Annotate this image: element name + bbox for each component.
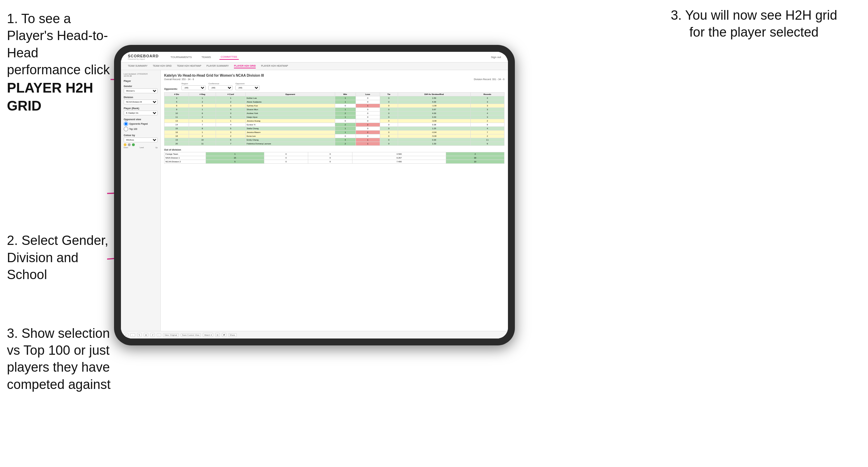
- toolbar-circle[interactable]: ○: [157, 333, 161, 337]
- table-cell-tie: 0: [380, 127, 398, 131]
- toolbar-share[interactable]: Share: [228, 333, 237, 337]
- table-cell-diff: -0.94: [398, 131, 470, 134]
- sub-nav-player-h2h-grid[interactable]: PLAYER H2H GRID: [234, 64, 256, 68]
- table-cell-reg: 10: [189, 138, 216, 142]
- table-cell-reg: 2: [189, 134, 216, 138]
- filter-opponent-select[interactable]: (All): [235, 85, 260, 90]
- toolbar-save-custom[interactable]: Save Custom View: [181, 333, 201, 337]
- toolbar-reset[interactable]: ↺: [150, 333, 155, 337]
- sub-nav-player-h2h-heatmap[interactable]: PLAYER H2H HEATMAP: [261, 64, 288, 68]
- th-diff: Diff Av Strokes/Rnd: [398, 93, 470, 96]
- table-cell-tie: 0: [380, 104, 398, 108]
- out-div-name: Foreign Team: [164, 152, 206, 156]
- toolbar-swap[interactable]: ⇄: [222, 333, 226, 337]
- sub-nav-player-summary[interactable]: PLAYER SUMMARY: [207, 64, 229, 68]
- table-cell-div: 14: [164, 123, 189, 127]
- table-cell-div: 3: [164, 96, 189, 100]
- division-label: Division: [124, 96, 158, 98]
- table-cell-reg: 1: [189, 131, 216, 134]
- table-cell-loss: 0: [356, 96, 380, 100]
- filter-region-group: Region (All): [181, 83, 206, 90]
- table-cell-conf: 3: [216, 104, 246, 108]
- gender-select[interactable]: Women's Men's: [124, 88, 158, 93]
- table-cell-diff: 4.00: [398, 100, 470, 104]
- filter-opponents-label: Opponents:: [164, 88, 178, 90]
- gender-label: Gender: [124, 85, 158, 87]
- nav-item-teams[interactable]: TEAMS: [200, 55, 213, 59]
- sub-nav-team-summary[interactable]: TEAM SUMMARY: [128, 64, 148, 68]
- table-cell-diff: 4.00: [398, 112, 470, 115]
- filter-section: Opponents: Region (All) Conference (All): [164, 83, 504, 90]
- instruction-top-right-text: 3. You will now see H2H gridfor the play…: [671, 8, 837, 39]
- filter-region-select[interactable]: (All): [181, 85, 206, 90]
- nav-item-tournaments[interactable]: TOURNAMENTS: [169, 55, 193, 59]
- table-cell-name: Andrea York: [246, 112, 335, 115]
- table-cell-reg: 7: [189, 123, 216, 127]
- instruction-3-text: 3. Show selectionvs Top 100 or justplaye…: [7, 326, 111, 392]
- out-of-division: Out of division Foreign Team 1 0 0 4.500…: [164, 149, 504, 164]
- table-cell-reg: 1: [189, 96, 216, 100]
- table-cell-div: 16: [164, 131, 189, 134]
- tablet-frame: SCOREBOARD Powered by clippd TOURNAMENTS…: [114, 45, 515, 345]
- table-cell-tie: 0: [380, 131, 398, 134]
- toolbar-grid[interactable]: ⊞: [144, 333, 148, 337]
- filter-conference-select[interactable]: (All): [208, 85, 233, 90]
- table-cell-conf: 4: [216, 123, 246, 127]
- toolbar-undo[interactable]: ↩: [124, 333, 128, 337]
- table-cell-name: Federica Domecq Lacroze: [246, 142, 335, 146]
- table-cell-rounds: 3: [470, 115, 504, 119]
- colour-by-select[interactable]: Win/loss: [124, 137, 158, 142]
- table-cell-diff: -3.00: [398, 119, 470, 123]
- nav-item-committee[interactable]: COMMITTEE: [219, 55, 239, 60]
- table-cell-win: 1: [335, 96, 356, 100]
- legend-down: Down: [124, 146, 128, 149]
- player-rank-select[interactable]: 8. Katelyn Vo: [124, 111, 158, 115]
- main-data-table: # Div # Reg # Conf Opponent Win Loss Tie…: [164, 92, 504, 146]
- logo-powered: Powered by clippd: [128, 58, 159, 60]
- table-cell-tie: 0: [380, 115, 398, 119]
- table-cell-div: 13: [164, 119, 189, 123]
- table-cell-rounds: 4: [470, 96, 504, 100]
- sub-nav-team-h2h-grid[interactable]: TEAM H2H GRID: [153, 64, 172, 68]
- toolbar-back[interactable]: ←: [130, 333, 135, 337]
- out-div-rounds: 30: [446, 156, 504, 160]
- division-select[interactable]: NCAA Division III: [124, 99, 158, 104]
- sub-nav-team-h2h-heatmap[interactable]: TEAM H2H HEATMAP: [177, 64, 201, 68]
- table-cell-win: 0: [335, 119, 356, 123]
- table-cell-name: Sharon Mun: [246, 108, 335, 112]
- last-updated: Last Updated: 27/03/2024 16:55:38: [124, 73, 158, 77]
- table-cell-loss: 1: [356, 142, 380, 146]
- table-cell-rounds: 4: [470, 127, 504, 131]
- gender-section: Gender Women's Men's: [124, 85, 158, 93]
- table-cell-diff: 0.38: [398, 123, 470, 127]
- out-div-name: NCAA Division 2: [164, 160, 206, 164]
- table-cell-loss: 0: [356, 134, 380, 138]
- nav-sign-out[interactable]: Sign out: [491, 56, 501, 59]
- table-cell-name: Jessica Huang: [246, 119, 335, 123]
- table-cell-conf: 6: [216, 138, 246, 142]
- table-cell-conf: 3: [216, 112, 246, 115]
- table-cell-rounds: 3: [470, 108, 504, 112]
- out-div-diff: 7.400: [352, 160, 446, 164]
- table-cell-name: Stella Cheng: [246, 127, 335, 131]
- instruction-1-bold: PLAYER H2H GRID: [7, 80, 93, 113]
- toolbar-watch[interactable]: Watch ▾: [203, 333, 213, 337]
- radio-opponents-played[interactable]: Opponents Played: [124, 122, 158, 126]
- table-cell-conf: 4: [216, 108, 246, 112]
- out-div-loss: 0: [264, 156, 308, 160]
- table-cell-div: 15: [164, 127, 189, 131]
- out-div-loss: 0: [264, 152, 308, 156]
- table-cell-tie: 0: [380, 142, 398, 146]
- toolbar-redo[interactable]: ↻: [137, 333, 142, 337]
- table-cell-tie: 0: [380, 134, 398, 138]
- radio-top100[interactable]: Top 100: [124, 127, 158, 131]
- table-cell-conf: 5: [216, 115, 246, 119]
- table-cell-diff: 1.33: [398, 142, 470, 146]
- dot-up: [132, 143, 135, 146]
- toolbar-layout[interactable]: ⊟: [215, 333, 220, 337]
- toolbar-view-original[interactable]: View: Original: [163, 333, 179, 337]
- table-cell-tie: 0: [380, 100, 398, 104]
- filter-region-label: Region: [181, 83, 206, 85]
- table-cell-reg: 8: [189, 127, 216, 131]
- table-cell-rounds: 7: [470, 131, 504, 134]
